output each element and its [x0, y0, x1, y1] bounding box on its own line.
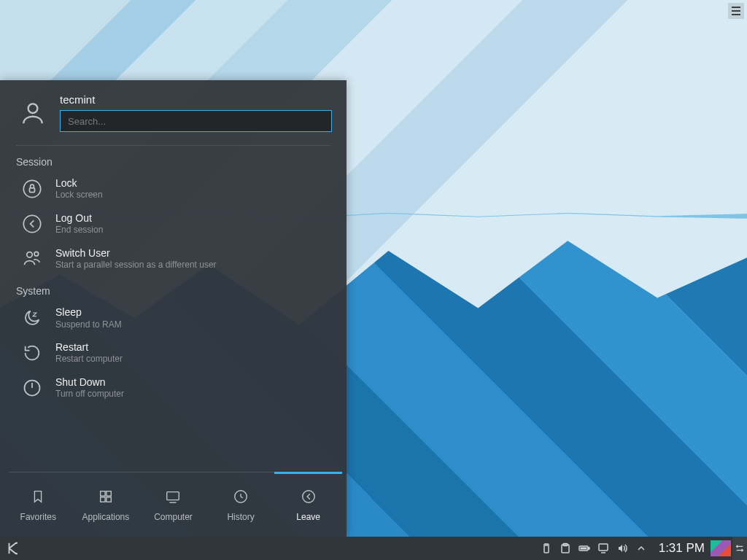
svg-point-5: [34, 252, 39, 257]
clock-icon: [233, 489, 249, 505]
menu-item-restart[interactable]: Restart Restart computer: [0, 338, 347, 373]
system-tray: [541, 542, 653, 554]
svg-point-15: [302, 491, 314, 503]
item-title: Sleep: [55, 306, 122, 319]
kickoff-menu: tecmint Session Lock Lock screen Log Out…: [0, 80, 347, 537]
menu-item-logout[interactable]: Log Out End session: [0, 209, 347, 244]
leave-icon: [301, 489, 317, 505]
svg-point-4: [27, 252, 32, 257]
panel: 1:31 PM: [0, 537, 747, 560]
tab-applications[interactable]: Applications: [72, 472, 140, 537]
network-icon[interactable]: [597, 542, 609, 554]
svg-point-17: [15, 553, 17, 554]
divider: [16, 145, 330, 146]
tab-label: Applications: [82, 512, 130, 522]
battery-icon[interactable]: [578, 542, 590, 554]
sleep-icon: [22, 308, 42, 328]
svg-point-3: [23, 215, 40, 232]
item-sub: Lock screen: [55, 190, 103, 201]
svg-point-16: [15, 542, 17, 543]
svg-rect-10: [101, 497, 105, 502]
grid-icon: [98, 489, 114, 505]
tab-label: Favorites: [20, 512, 56, 522]
svg-rect-2: [30, 188, 35, 192]
section-title-session: Session: [0, 153, 347, 174]
svg-rect-11: [107, 497, 111, 502]
svg-rect-8: [101, 491, 105, 496]
svg-rect-24: [588, 548, 589, 549]
switch-user-icon: [22, 248, 42, 268]
item-title: Log Out: [55, 211, 103, 225]
tab-history[interactable]: History: [207, 472, 275, 537]
svg-rect-26: [599, 544, 608, 551]
monitor-icon: [165, 489, 181, 505]
item-sub: Turn off computer: [55, 389, 124, 400]
item-sub: Start a parallel session as a different …: [55, 260, 217, 271]
restart-icon: [22, 343, 42, 363]
volume-icon[interactable]: [616, 542, 628, 554]
user-avatar-icon: [19, 99, 47, 127]
item-title: Lock: [55, 176, 103, 190]
logout-icon: [22, 214, 42, 234]
svg-rect-18: [544, 544, 549, 553]
kickoff-launcher-button[interactable]: [0, 537, 26, 560]
tab-computer[interactable]: Computer: [139, 472, 207, 537]
svg-rect-9: [107, 491, 111, 496]
session-list: Lock Lock screen Log Out End session Swi…: [0, 174, 347, 278]
svg-rect-12: [167, 492, 179, 500]
bookmark-icon: [30, 489, 46, 505]
kickoff-tabs: Favorites Applications Computer History …: [0, 472, 347, 537]
item-sub: Suspend to RAM: [55, 319, 122, 331]
lock-icon: [22, 179, 42, 199]
tab-leave[interactable]: Leave: [274, 472, 342, 537]
item-title: Shut Down: [55, 376, 124, 389]
svg-point-0: [28, 104, 38, 113]
panel-edit-handle[interactable]: [732, 537, 747, 560]
section-title-system: System: [0, 282, 347, 303]
menu-item-sleep[interactable]: Sleep Suspend to RAM: [0, 303, 347, 338]
usb-icon[interactable]: [541, 542, 552, 554]
tab-label: Computer: [154, 512, 193, 522]
menu-item-shutdown[interactable]: Shut Down Turn off computer: [0, 373, 347, 408]
chevron-up-icon[interactable]: [635, 542, 647, 554]
activities-button[interactable]: [711, 540, 731, 556]
item-title: Switch User: [55, 246, 217, 260]
tab-label: History: [227, 512, 254, 522]
item-sub: End session: [55, 225, 103, 236]
menu-item-switchuser[interactable]: Switch User Start a parallel session as …: [0, 244, 347, 279]
system-list: Sleep Suspend to RAM Restart Restart com…: [0, 303, 347, 407]
clipboard-icon[interactable]: [560, 542, 571, 554]
svg-point-1: [23, 180, 40, 197]
panel-clock[interactable]: 1:31 PM: [653, 541, 711, 556]
item-title: Restart: [55, 341, 123, 354]
menu-item-lock[interactable]: Lock Lock screen: [0, 174, 347, 209]
item-sub: Restart computer: [55, 354, 123, 365]
username-label: tecmint: [60, 93, 332, 106]
tab-favorites[interactable]: Favorites: [4, 472, 72, 537]
tab-label: Leave: [296, 512, 320, 522]
svg-rect-25: [580, 548, 587, 550]
desktop-toolbox-button[interactable]: [728, 3, 744, 19]
search-input[interactable]: [60, 110, 332, 132]
shutdown-icon: [22, 378, 42, 398]
kickoff-header: tecmint: [0, 80, 347, 142]
